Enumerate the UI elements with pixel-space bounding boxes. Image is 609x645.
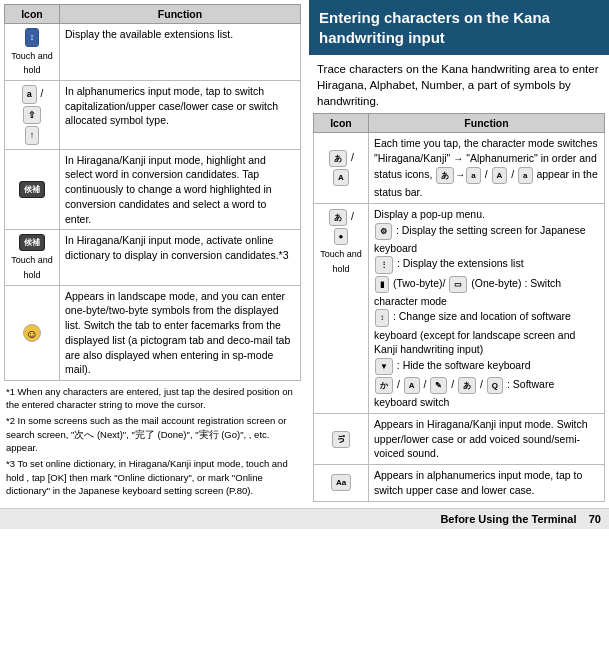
icon-cell: ゔ bbox=[314, 414, 369, 465]
touch-hold-label-3: Touch andhold bbox=[320, 249, 362, 274]
table-row: あ / A Each time you tap, the character m… bbox=[314, 133, 605, 204]
function-cell: Appears in Hiragana/Kanji input mode. Sw… bbox=[369, 414, 605, 465]
table-row: ゔ Appears in Hiragana/Kanji input mode. … bbox=[314, 414, 605, 465]
table-row: ↕ Touch and hold Display the available e… bbox=[5, 24, 301, 81]
kanji-hold-icon: 候補 bbox=[19, 234, 45, 251]
left-table: Icon Function ↕ Touch and hold Display t… bbox=[4, 4, 301, 381]
icon-cell: あ / A bbox=[314, 133, 369, 204]
left-col-function: Function bbox=[60, 5, 301, 24]
footnote-3: *3 To set online dictionary, in Hiragana… bbox=[6, 457, 299, 497]
alpha-case-icon: Aa bbox=[331, 474, 351, 491]
kana-intro: Trace characters on the Kana handwriting… bbox=[309, 55, 609, 113]
bottom-bar: Before Using the Terminal 70 bbox=[0, 508, 609, 529]
footnotes: *1 When any characters are entered, just… bbox=[4, 381, 301, 504]
table-row: a / ⇧ ↑ In alphanumerics input mode, tap… bbox=[5, 80, 301, 149]
kana-menu-icon-1: あ bbox=[329, 209, 347, 226]
touch-hold-label-2: Touch and hold bbox=[11, 255, 53, 280]
icon-cell: 候補 Touch and hold bbox=[5, 230, 60, 286]
icon-cell: ↕ Touch and hold bbox=[5, 24, 60, 81]
icon-cell: ☺ bbox=[5, 285, 60, 380]
function-cell: Display the available extensions list. bbox=[60, 24, 301, 81]
footnote-2: *2 In some screens such as the mail acco… bbox=[6, 414, 299, 454]
function-cell: Display a pop-up menu. ⚙ : Display the s… bbox=[369, 203, 605, 413]
kana-header: Entering characters on the Kana handwrit… bbox=[309, 0, 609, 55]
table-row: Aa Appears in alphanumerics input mode, … bbox=[314, 465, 605, 501]
caps-icon-3: ↑ bbox=[25, 126, 40, 145]
function-cell: Appears in landscape mode, and you can e… bbox=[60, 285, 301, 380]
icon-cell: あ / ● Touch andhold bbox=[314, 203, 369, 413]
caps-icon-2: ⇧ bbox=[23, 106, 41, 125]
icon-cell: Aa bbox=[314, 465, 369, 501]
icon-cell: 候補 bbox=[5, 149, 60, 229]
left-section: Icon Function ↕ Touch and hold Display t… bbox=[0, 0, 305, 508]
kana-icon-1: あ bbox=[329, 150, 347, 167]
kanji-icon: 候補 bbox=[19, 181, 45, 198]
kana-icon-2: A bbox=[333, 169, 349, 186]
function-cell: In Hiragana/Kanji input mode, activate o… bbox=[60, 230, 301, 286]
smiley-icon: ☺ bbox=[23, 324, 41, 342]
kana-menu-icon-2: ● bbox=[334, 228, 349, 245]
touch-hold-label-1: Touch and hold bbox=[11, 51, 53, 76]
page-number: 70 bbox=[589, 513, 601, 525]
table-row: 候補 In Hiragana/Kanji input mode, highlig… bbox=[5, 149, 301, 229]
right-col-function: Function bbox=[369, 114, 605, 133]
table-row: 候補 Touch and hold In Hiragana/Kanji inpu… bbox=[5, 230, 301, 286]
voiced-icon: ゔ bbox=[332, 431, 350, 448]
icon-cell: a / ⇧ ↑ bbox=[5, 80, 60, 149]
function-cell: Each time you tap, the character mode sw… bbox=[369, 133, 605, 204]
bottom-text: Before Using the Terminal bbox=[440, 513, 576, 525]
extensions-icon: ↕ bbox=[25, 28, 40, 47]
right-section: Entering characters on the Kana handwrit… bbox=[309, 0, 609, 502]
function-cell: In alphanumerics input mode, tap to swit… bbox=[60, 80, 301, 149]
right-table: Icon Function あ / A Each time you tap, t… bbox=[313, 113, 605, 501]
left-col-icon: Icon bbox=[5, 5, 60, 24]
table-row: ☺ Appears in landscape mode, and you can… bbox=[5, 285, 301, 380]
caps-icon-1: a bbox=[22, 85, 37, 104]
right-col-icon: Icon bbox=[314, 114, 369, 133]
footnote-1: *1 When any characters are entered, just… bbox=[6, 385, 299, 412]
function-cell: In Hiragana/Kanji input mode, highlight … bbox=[60, 149, 301, 229]
table-row: あ / ● Touch andhold Display a pop-up men… bbox=[314, 203, 605, 413]
function-cell: Appears in alphanumerics input mode, tap… bbox=[369, 465, 605, 501]
